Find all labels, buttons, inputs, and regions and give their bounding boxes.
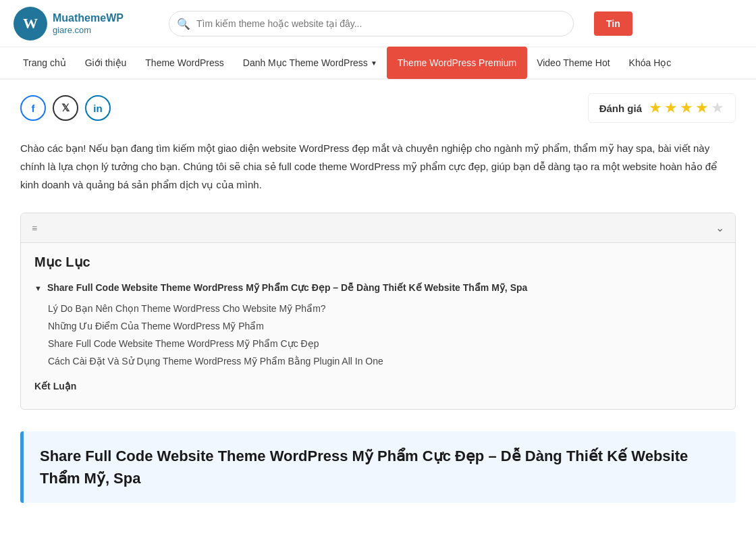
star-rating: ★ ★ ★ ★ ★ bbox=[649, 99, 724, 117]
toc-main-item[interactable]: ▼ Share Full Code Website Theme WordPres… bbox=[34, 282, 722, 293]
rating-label: Đánh giá bbox=[599, 103, 642, 114]
star-3: ★ bbox=[680, 99, 693, 117]
section-heading-block: Share Full Code Website Theme WordPress … bbox=[20, 431, 736, 503]
toc-sub-item-1[interactable]: Lý Do Bạn Nên Chọn Theme WordPress Cho W… bbox=[48, 300, 722, 317]
toc-chevron-icon: ⌄ bbox=[716, 221, 724, 234]
search-input[interactable] bbox=[169, 11, 574, 36]
logo-subtitle: giare.com bbox=[53, 25, 124, 35]
toc-conclusion-item[interactable]: Kết Luận bbox=[34, 377, 722, 396]
logo-text: MuathemeWP giare.com bbox=[53, 11, 124, 34]
toc-list-icon: ≡ bbox=[32, 223, 37, 234]
toc-sub-item-4[interactable]: Cách Cài Đặt Và Sử Dụng Theme WordPress … bbox=[48, 352, 722, 370]
header-cta-button[interactable]: Tin bbox=[594, 11, 632, 36]
toc-toggle-button[interactable]: ≡ ⌄ bbox=[21, 213, 735, 243]
chevron-down-icon: ▼ bbox=[371, 59, 377, 67]
toc-item-chevron: ▼ bbox=[34, 284, 42, 292]
intro-paragraph: Chào các bạn! Nếu bạn đang tìm kiếm một … bbox=[20, 139, 736, 194]
nav-item-theme-wordpress[interactable]: Theme WordPress bbox=[136, 47, 233, 79]
search-bar: 🔍 bbox=[169, 11, 574, 36]
logo-area[interactable]: W MuathemeWP giare.com bbox=[14, 7, 148, 41]
main-content: f 𝕏 in Đánh giá ★ ★ ★ ★ ★ Chào các bạn! … bbox=[0, 80, 756, 530]
main-nav: Trang chủ Giới thiệu Theme WordPress Dan… bbox=[0, 47, 756, 80]
section-heading-title: Share Full Code Website Theme WordPress … bbox=[40, 445, 720, 489]
twitter-share-button[interactable]: 𝕏 bbox=[53, 95, 78, 121]
nav-item-home[interactable]: Trang chủ bbox=[14, 47, 76, 79]
site-header: W MuathemeWP giare.com 🔍 Tin bbox=[0, 0, 756, 47]
nav-item-premium[interactable]: Theme WordPress Premium bbox=[387, 47, 527, 79]
logo-title: MuathemeWP bbox=[53, 11, 124, 24]
nav-item-video-hot[interactable]: Video Theme Hot bbox=[527, 47, 619, 79]
toc-sub-item-3[interactable]: Share Full Code Website Theme WordPress … bbox=[48, 335, 722, 352]
table-of-contents: ≡ ⌄ Mục Lục ▼ Share Full Code Website Th… bbox=[20, 213, 736, 410]
search-icon: 🔍 bbox=[177, 17, 190, 30]
nav-item-categories[interactable]: Danh Mục Theme WordPress ▼ bbox=[234, 47, 387, 79]
rating-area: Đánh giá ★ ★ ★ ★ ★ bbox=[588, 93, 736, 123]
nav-item-about[interactable]: Giới thiệu bbox=[76, 47, 136, 79]
toc-title: Mục Lục bbox=[34, 254, 722, 270]
linkedin-share-button[interactable]: in bbox=[85, 95, 111, 121]
toc-sub-list: Lý Do Bạn Nên Chọn Theme WordPress Cho W… bbox=[48, 300, 722, 370]
social-rating-row: f 𝕏 in Đánh giá ★ ★ ★ ★ ★ bbox=[20, 93, 736, 123]
star-5: ★ bbox=[711, 99, 724, 117]
star-1: ★ bbox=[649, 99, 662, 117]
social-icons: f 𝕏 in bbox=[20, 95, 111, 121]
logo-icon: W bbox=[14, 7, 47, 41]
toc-body: Mục Lục ▼ Share Full Code Website Theme … bbox=[21, 243, 735, 409]
toc-sub-item-2[interactable]: Những Ưu Điểm Của Theme WordPress Mỹ Phẩ… bbox=[48, 317, 722, 335]
star-4: ★ bbox=[695, 99, 709, 117]
toc-list: ▼ Share Full Code Website Theme WordPres… bbox=[34, 282, 722, 396]
nav-item-courses[interactable]: Khóa Học bbox=[620, 47, 681, 79]
star-2: ★ bbox=[664, 99, 678, 117]
facebook-share-button[interactable]: f bbox=[20, 95, 46, 121]
